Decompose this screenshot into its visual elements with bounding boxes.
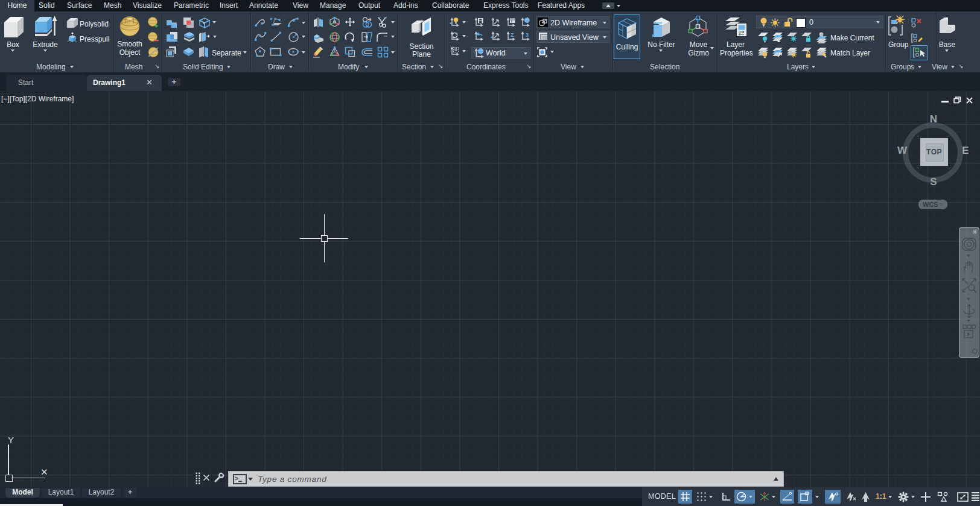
svg-text:Z: Z: [511, 32, 514, 38]
svg-text:x: x: [456, 31, 458, 35]
svg-text:3: 3: [526, 32, 529, 38]
